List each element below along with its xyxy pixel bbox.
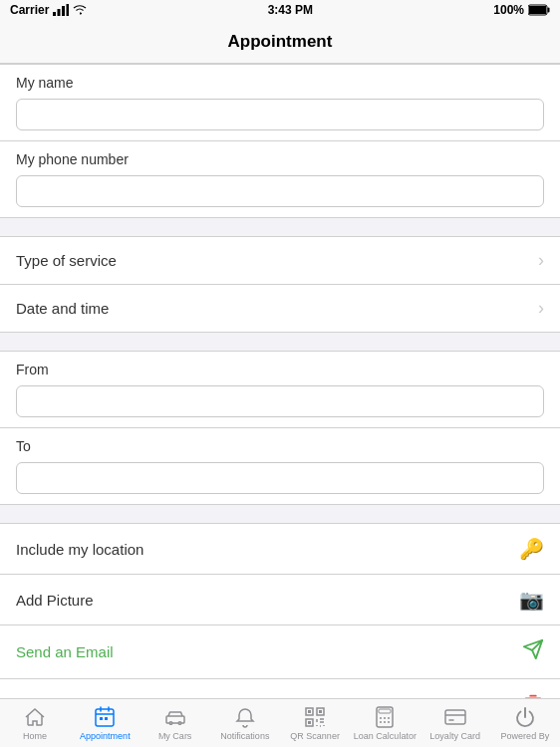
send-icon xyxy=(522,638,544,665)
phone-input[interactable] xyxy=(16,175,544,207)
add-picture-label: Add Picture xyxy=(16,592,94,609)
date-time-row[interactable]: Date and time › xyxy=(0,285,560,332)
loyalty-icon xyxy=(443,705,467,729)
name-label: My name xyxy=(0,65,560,95)
from-to-group: From To xyxy=(0,351,560,505)
battery-icon xyxy=(528,4,550,16)
tab-notifications-label: Notifications xyxy=(220,731,269,741)
svg-point-35 xyxy=(384,717,386,719)
svg-rect-8 xyxy=(529,695,536,697)
svg-rect-40 xyxy=(445,710,465,724)
svg-rect-15 xyxy=(100,717,103,720)
wifi-icon xyxy=(73,4,87,16)
svg-rect-6 xyxy=(547,8,549,13)
from-label: From xyxy=(0,352,560,381)
nav-bar: Appointment xyxy=(0,20,560,64)
date-time-label: Date and time xyxy=(16,300,109,317)
tab-loan-calculator-label: Loan Calculator xyxy=(354,731,417,741)
svg-point-36 xyxy=(388,717,390,719)
car-icon xyxy=(163,705,187,729)
tab-notifications[interactable]: Notifications xyxy=(210,699,280,747)
svg-point-38 xyxy=(384,721,386,723)
phone-form-group: My phone number xyxy=(0,141,560,207)
include-location-label: Include my location xyxy=(16,541,143,558)
add-picture-row[interactable]: Add Picture 📷 xyxy=(0,575,560,625)
tab-loan-calculator[interactable]: Loan Calculator xyxy=(350,699,420,747)
calculator-icon xyxy=(373,705,397,729)
status-time: 3:43 PM xyxy=(268,3,313,17)
tab-my-cars-label: My Cars xyxy=(158,731,192,741)
svg-rect-16 xyxy=(105,717,108,720)
svg-rect-21 xyxy=(308,710,311,713)
type-of-service-row[interactable]: Type of service › xyxy=(0,237,560,285)
tab-my-cars[interactable]: My Cars xyxy=(140,699,210,747)
date-time-chevron-icon: › xyxy=(538,298,544,319)
power-icon xyxy=(513,705,537,729)
svg-rect-3 xyxy=(67,4,70,16)
status-carrier: Carrier xyxy=(10,3,87,17)
to-label: To xyxy=(0,428,560,458)
service-date-group: Type of service › Date and time › xyxy=(0,236,560,333)
type-of-service-label: Type of service xyxy=(16,252,117,269)
tab-powered-by[interactable]: Powered By xyxy=(490,699,560,747)
key-icon: 🔑 xyxy=(519,537,544,561)
svg-point-37 xyxy=(380,721,382,723)
tab-powered-by-label: Powered By xyxy=(501,731,550,741)
notifications-icon xyxy=(233,705,257,729)
svg-rect-1 xyxy=(58,9,61,16)
send-email-row[interactable]: Send an Email xyxy=(0,625,560,679)
tab-bar: Home Appointment My Cars Notifications xyxy=(0,698,560,747)
camera-icon: 📷 xyxy=(519,588,544,612)
qr-icon xyxy=(303,705,327,729)
svg-point-34 xyxy=(380,717,382,719)
svg-rect-2 xyxy=(62,6,65,16)
tab-qr-scanner-label: QR Scanner xyxy=(290,731,340,741)
nav-title: Appointment xyxy=(228,32,333,52)
tab-appointment-label: Appointment xyxy=(80,731,131,741)
svg-rect-25 xyxy=(308,721,311,724)
tab-loyalty-card-label: Loyalty Card xyxy=(429,731,480,741)
to-input[interactable] xyxy=(16,462,544,494)
tab-loyalty-card[interactable]: Loyalty Card xyxy=(420,699,490,747)
actions-group: Include my location 🔑 Add Picture 📷 Send… xyxy=(0,523,560,698)
status-bar: Carrier 3:43 PM 100% xyxy=(0,0,560,20)
svg-rect-33 xyxy=(379,709,391,713)
name-form-group: My name xyxy=(0,65,560,130)
tab-home-label: Home xyxy=(23,731,47,741)
svg-rect-0 xyxy=(53,12,56,16)
name-group: My name My phone number xyxy=(0,64,560,218)
status-battery: 100% xyxy=(493,3,550,17)
content: My name My phone number Type of service … xyxy=(0,64,560,698)
phone-label: My phone number xyxy=(0,141,560,171)
signal-icon xyxy=(53,4,69,16)
type-of-service-chevron-icon: › xyxy=(538,250,544,271)
to-form-group: To xyxy=(0,428,560,494)
home-icon xyxy=(23,705,47,729)
tab-home[interactable]: Home xyxy=(0,699,70,747)
tab-qr-scanner[interactable]: QR Scanner xyxy=(280,699,350,747)
name-input[interactable] xyxy=(16,99,544,130)
svg-rect-23 xyxy=(319,710,322,713)
from-input[interactable] xyxy=(16,385,544,417)
calendar-icon xyxy=(93,705,117,729)
reset-form-row[interactable]: Reset Form xyxy=(0,679,560,698)
svg-rect-5 xyxy=(529,6,546,14)
include-location-row[interactable]: Include my location 🔑 xyxy=(0,524,560,575)
tab-appointment[interactable]: Appointment xyxy=(70,699,140,747)
send-email-label: Send an Email xyxy=(16,643,114,660)
svg-point-39 xyxy=(388,721,390,723)
from-form-group: From xyxy=(0,352,560,417)
